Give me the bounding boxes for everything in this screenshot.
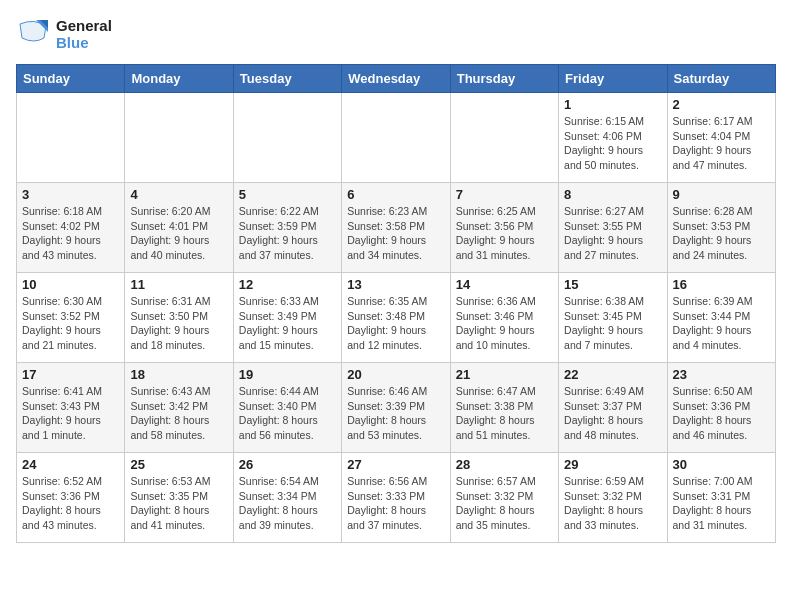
calendar-week-row: 1Sunrise: 6:15 AM Sunset: 4:06 PM Daylig… xyxy=(17,93,776,183)
calendar-cell: 9Sunrise: 6:28 AM Sunset: 3:53 PM Daylig… xyxy=(667,183,775,273)
day-info: Sunrise: 6:52 AM Sunset: 3:36 PM Dayligh… xyxy=(22,474,119,533)
day-number: 26 xyxy=(239,457,336,472)
day-info: Sunrise: 6:33 AM Sunset: 3:49 PM Dayligh… xyxy=(239,294,336,353)
calendar-cell: 4Sunrise: 6:20 AM Sunset: 4:01 PM Daylig… xyxy=(125,183,233,273)
day-of-week-header: Friday xyxy=(559,65,667,93)
day-info: Sunrise: 6:46 AM Sunset: 3:39 PM Dayligh… xyxy=(347,384,444,443)
calendar-cell: 23Sunrise: 6:50 AM Sunset: 3:36 PM Dayli… xyxy=(667,363,775,453)
logo-icon xyxy=(16,16,52,52)
calendar-cell: 28Sunrise: 6:57 AM Sunset: 3:32 PM Dayli… xyxy=(450,453,558,543)
day-of-week-header: Wednesday xyxy=(342,65,450,93)
day-number: 7 xyxy=(456,187,553,202)
day-number: 13 xyxy=(347,277,444,292)
day-info: Sunrise: 6:43 AM Sunset: 3:42 PM Dayligh… xyxy=(130,384,227,443)
day-number: 11 xyxy=(130,277,227,292)
calendar-cell: 12Sunrise: 6:33 AM Sunset: 3:49 PM Dayli… xyxy=(233,273,341,363)
day-info: Sunrise: 6:56 AM Sunset: 3:33 PM Dayligh… xyxy=(347,474,444,533)
calendar-cell: 6Sunrise: 6:23 AM Sunset: 3:58 PM Daylig… xyxy=(342,183,450,273)
day-info: Sunrise: 6:28 AM Sunset: 3:53 PM Dayligh… xyxy=(673,204,770,263)
calendar-cell: 26Sunrise: 6:54 AM Sunset: 3:34 PM Dayli… xyxy=(233,453,341,543)
calendar-cell: 7Sunrise: 6:25 AM Sunset: 3:56 PM Daylig… xyxy=(450,183,558,273)
calendar-cell: 1Sunrise: 6:15 AM Sunset: 4:06 PM Daylig… xyxy=(559,93,667,183)
day-info: Sunrise: 6:39 AM Sunset: 3:44 PM Dayligh… xyxy=(673,294,770,353)
day-number: 27 xyxy=(347,457,444,472)
day-info: Sunrise: 6:50 AM Sunset: 3:36 PM Dayligh… xyxy=(673,384,770,443)
day-info: Sunrise: 6:53 AM Sunset: 3:35 PM Dayligh… xyxy=(130,474,227,533)
calendar-cell: 14Sunrise: 6:36 AM Sunset: 3:46 PM Dayli… xyxy=(450,273,558,363)
calendar-cell: 22Sunrise: 6:49 AM Sunset: 3:37 PM Dayli… xyxy=(559,363,667,453)
day-info: Sunrise: 6:15 AM Sunset: 4:06 PM Dayligh… xyxy=(564,114,661,173)
day-info: Sunrise: 6:30 AM Sunset: 3:52 PM Dayligh… xyxy=(22,294,119,353)
day-number: 1 xyxy=(564,97,661,112)
day-number: 22 xyxy=(564,367,661,382)
calendar-cell: 18Sunrise: 6:43 AM Sunset: 3:42 PM Dayli… xyxy=(125,363,233,453)
day-number: 19 xyxy=(239,367,336,382)
calendar-cell: 20Sunrise: 6:46 AM Sunset: 3:39 PM Dayli… xyxy=(342,363,450,453)
calendar-cell: 16Sunrise: 6:39 AM Sunset: 3:44 PM Dayli… xyxy=(667,273,775,363)
day-number: 28 xyxy=(456,457,553,472)
day-info: Sunrise: 6:20 AM Sunset: 4:01 PM Dayligh… xyxy=(130,204,227,263)
day-number: 12 xyxy=(239,277,336,292)
day-info: Sunrise: 6:25 AM Sunset: 3:56 PM Dayligh… xyxy=(456,204,553,263)
page-header: General Blue xyxy=(16,16,776,52)
calendar-cell: 24Sunrise: 6:52 AM Sunset: 3:36 PM Dayli… xyxy=(17,453,125,543)
calendar-cell: 19Sunrise: 6:44 AM Sunset: 3:40 PM Dayli… xyxy=(233,363,341,453)
day-number: 14 xyxy=(456,277,553,292)
day-info: Sunrise: 6:59 AM Sunset: 3:32 PM Dayligh… xyxy=(564,474,661,533)
calendar-cell xyxy=(450,93,558,183)
day-info: Sunrise: 6:23 AM Sunset: 3:58 PM Dayligh… xyxy=(347,204,444,263)
calendar-table: SundayMondayTuesdayWednesdayThursdayFrid… xyxy=(16,64,776,543)
day-number: 21 xyxy=(456,367,553,382)
calendar-cell: 8Sunrise: 6:27 AM Sunset: 3:55 PM Daylig… xyxy=(559,183,667,273)
calendar-cell: 13Sunrise: 6:35 AM Sunset: 3:48 PM Dayli… xyxy=(342,273,450,363)
calendar-header-row: SundayMondayTuesdayWednesdayThursdayFrid… xyxy=(17,65,776,93)
day-info: Sunrise: 6:41 AM Sunset: 3:43 PM Dayligh… xyxy=(22,384,119,443)
calendar-cell xyxy=(17,93,125,183)
calendar-week-row: 24Sunrise: 6:52 AM Sunset: 3:36 PM Dayli… xyxy=(17,453,776,543)
day-number: 25 xyxy=(130,457,227,472)
day-info: Sunrise: 6:35 AM Sunset: 3:48 PM Dayligh… xyxy=(347,294,444,353)
day-info: Sunrise: 6:36 AM Sunset: 3:46 PM Dayligh… xyxy=(456,294,553,353)
day-info: Sunrise: 6:57 AM Sunset: 3:32 PM Dayligh… xyxy=(456,474,553,533)
calendar-week-row: 3Sunrise: 6:18 AM Sunset: 4:02 PM Daylig… xyxy=(17,183,776,273)
logo: General Blue xyxy=(16,16,112,52)
day-number: 17 xyxy=(22,367,119,382)
day-of-week-header: Monday xyxy=(125,65,233,93)
calendar-cell xyxy=(342,93,450,183)
day-number: 16 xyxy=(673,277,770,292)
day-of-week-header: Sunday xyxy=(17,65,125,93)
day-number: 30 xyxy=(673,457,770,472)
day-number: 10 xyxy=(22,277,119,292)
day-info: Sunrise: 7:00 AM Sunset: 3:31 PM Dayligh… xyxy=(673,474,770,533)
day-number: 18 xyxy=(130,367,227,382)
day-of-week-header: Tuesday xyxy=(233,65,341,93)
day-number: 9 xyxy=(673,187,770,202)
day-number: 3 xyxy=(22,187,119,202)
day-number: 15 xyxy=(564,277,661,292)
calendar-cell: 25Sunrise: 6:53 AM Sunset: 3:35 PM Dayli… xyxy=(125,453,233,543)
calendar-cell: 11Sunrise: 6:31 AM Sunset: 3:50 PM Dayli… xyxy=(125,273,233,363)
calendar-cell xyxy=(125,93,233,183)
day-info: Sunrise: 6:31 AM Sunset: 3:50 PM Dayligh… xyxy=(130,294,227,353)
day-number: 8 xyxy=(564,187,661,202)
day-info: Sunrise: 6:47 AM Sunset: 3:38 PM Dayligh… xyxy=(456,384,553,443)
day-of-week-header: Saturday xyxy=(667,65,775,93)
calendar-cell: 5Sunrise: 6:22 AM Sunset: 3:59 PM Daylig… xyxy=(233,183,341,273)
day-number: 2 xyxy=(673,97,770,112)
calendar-week-row: 17Sunrise: 6:41 AM Sunset: 3:43 PM Dayli… xyxy=(17,363,776,453)
calendar-cell xyxy=(233,93,341,183)
calendar-cell: 29Sunrise: 6:59 AM Sunset: 3:32 PM Dayli… xyxy=(559,453,667,543)
calendar-cell: 30Sunrise: 7:00 AM Sunset: 3:31 PM Dayli… xyxy=(667,453,775,543)
day-number: 24 xyxy=(22,457,119,472)
calendar-cell: 10Sunrise: 6:30 AM Sunset: 3:52 PM Dayli… xyxy=(17,273,125,363)
day-info: Sunrise: 6:17 AM Sunset: 4:04 PM Dayligh… xyxy=(673,114,770,173)
calendar-cell: 3Sunrise: 6:18 AM Sunset: 4:02 PM Daylig… xyxy=(17,183,125,273)
logo-text-blue: Blue xyxy=(56,34,112,51)
day-info: Sunrise: 6:22 AM Sunset: 3:59 PM Dayligh… xyxy=(239,204,336,263)
day-number: 23 xyxy=(673,367,770,382)
day-info: Sunrise: 6:27 AM Sunset: 3:55 PM Dayligh… xyxy=(564,204,661,263)
day-info: Sunrise: 6:44 AM Sunset: 3:40 PM Dayligh… xyxy=(239,384,336,443)
day-number: 6 xyxy=(347,187,444,202)
day-number: 20 xyxy=(347,367,444,382)
calendar-cell: 21Sunrise: 6:47 AM Sunset: 3:38 PM Dayli… xyxy=(450,363,558,453)
